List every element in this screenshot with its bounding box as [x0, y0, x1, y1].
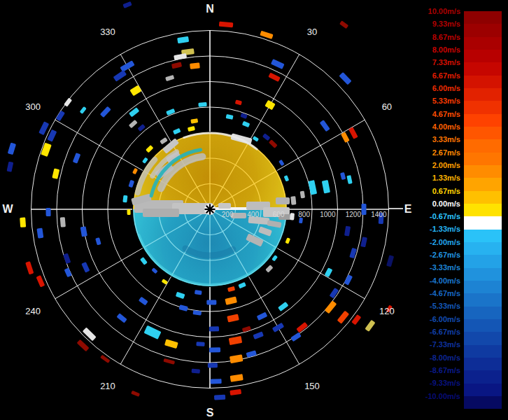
velocity-blip	[100, 106, 111, 118]
colorbar-segment	[464, 255, 502, 267]
velocity-blip	[365, 320, 375, 332]
velocity-blip	[296, 322, 308, 332]
colorbar-segment	[464, 319, 502, 332]
colorbar-tick-label: -8.67m/s	[430, 366, 460, 374]
velocity-blip	[190, 118, 198, 124]
colorbar-segment	[464, 358, 502, 370]
compass-degree-label: 210	[100, 381, 115, 391]
colorbar-segment	[464, 101, 502, 113]
velocity-blip	[271, 59, 285, 69]
range-label: 1200	[346, 211, 362, 218]
colorbar-segment	[464, 216, 502, 229]
velocity-blip	[122, 1, 132, 8]
colorbar-tick-label: -2.67m/s	[430, 251, 460, 259]
velocity-blip	[214, 395, 225, 400]
velocity-blip	[163, 358, 175, 365]
velocity-blip	[278, 160, 285, 166]
velocity-blip	[176, 292, 185, 300]
velocity-blip	[229, 336, 243, 345]
velocity-blip	[386, 255, 394, 267]
colorbar-tick-label: 4.00m/s	[432, 122, 460, 131]
velocity-blip	[36, 275, 45, 287]
velocity-blip	[285, 237, 290, 244]
colorbar-tick-label: 6.00m/s	[432, 84, 460, 92]
compass-degree-label: 330	[100, 27, 115, 37]
colorbar-segment	[464, 114, 502, 127]
colorbar-segment	[464, 50, 502, 62]
velocity-blip	[8, 143, 16, 155]
velocity-blip	[47, 130, 57, 142]
velocity-blip	[122, 195, 127, 203]
colorbar-segment	[464, 370, 502, 383]
velocity-blip	[113, 70, 127, 82]
spoke-line	[120, 276, 171, 364]
range-label: 800	[298, 211, 310, 218]
velocity-blip	[52, 168, 59, 178]
velocity-blip	[179, 304, 188, 312]
velocity-blip	[142, 157, 148, 163]
velocity-blip	[45, 208, 50, 216]
compass-cardinal-label: W	[2, 203, 13, 215]
velocity-blip	[36, 228, 43, 239]
gray-patch	[276, 197, 290, 204]
velocity-blip	[81, 262, 90, 273]
velocity-blip	[322, 180, 330, 193]
velocity-blip	[348, 127, 358, 139]
compass-cardinal-label: S	[206, 407, 214, 419]
radar-velocity-display: 200400600800100012001400NESW306012015021…	[0, 0, 508, 420]
colorbar-segment	[464, 384, 502, 396]
velocity-blip	[219, 22, 234, 28]
velocity-blip	[210, 379, 221, 384]
velocity-blip	[330, 288, 339, 299]
velocity-blip	[128, 180, 134, 188]
velocity-blip	[60, 217, 66, 227]
velocity-blip	[165, 75, 174, 81]
velocity-blip	[131, 391, 140, 397]
velocity-blip	[351, 314, 361, 325]
velocity-blip	[362, 204, 367, 215]
colorbar-segment	[464, 37, 502, 50]
velocity-blip	[151, 267, 157, 274]
velocity-blip	[64, 267, 72, 277]
compass-degree-label: 150	[304, 381, 320, 391]
colorbar-tick-label: -4.67m/s	[430, 289, 460, 298]
colorbar-tick-label: 8.67m/s	[432, 33, 460, 41]
colorbar-segment	[464, 178, 502, 190]
velocity-blip	[344, 226, 351, 237]
velocity-blip	[238, 282, 246, 288]
colorbar-segment	[464, 242, 502, 255]
gray-patch	[143, 209, 179, 217]
velocity-blip	[190, 62, 200, 69]
colorbar-tick-label: -8.00m/s	[430, 354, 460, 362]
velocity-blip	[25, 261, 34, 274]
velocity-colorbar	[464, 11, 502, 409]
velocity-blip	[144, 326, 162, 340]
colorbar-tick-label: 8.00m/s	[432, 46, 460, 54]
spoke-line	[249, 55, 299, 142]
colorbar-segment	[464, 332, 502, 344]
colorbar-segment	[464, 345, 502, 358]
velocity-blip	[225, 296, 237, 304]
velocity-blip	[196, 342, 204, 346]
compass-degree-label: 300	[25, 102, 41, 112]
colorbar-tick-label: -9.33m/s	[430, 379, 460, 387]
colorbar-tick-label: -7.33m/s	[430, 340, 460, 349]
velocity-blip	[325, 300, 337, 314]
velocity-blip	[209, 347, 220, 353]
range-label: 1400	[371, 211, 387, 218]
velocity-blip	[129, 107, 139, 117]
colorbar-tick-label: 6.67m/s	[432, 71, 460, 80]
colorbar-segment	[464, 191, 502, 204]
velocity-blip	[242, 121, 251, 127]
velocity-blip	[177, 36, 189, 43]
velocity-blip	[73, 153, 81, 164]
velocity-blip	[80, 106, 87, 114]
velocity-blip	[290, 213, 295, 220]
velocity-blip	[80, 226, 87, 237]
compass-degree-label: 60	[382, 102, 392, 112]
velocity-blip	[268, 73, 280, 82]
velocity-blip	[344, 274, 353, 286]
colorbar-tick-label: 3.33m/s	[432, 135, 460, 144]
center-marker	[204, 204, 216, 215]
velocity-blip	[284, 175, 290, 181]
